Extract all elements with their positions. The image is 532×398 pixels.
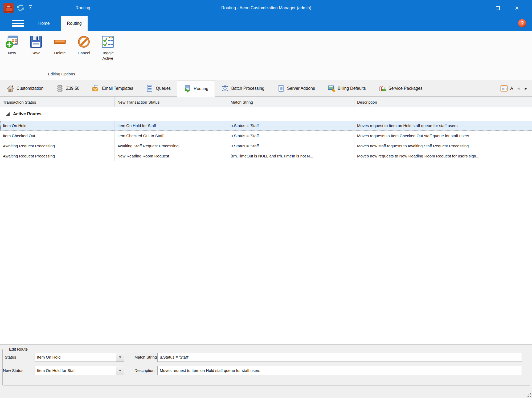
toggle-active-icon: [101, 34, 115, 49]
status-label: Status: [5, 353, 16, 362]
tab-customization[interactable]: Customization: [0, 80, 50, 96]
cell-description: Moves requests to Item Checked Out staff…: [354, 131, 532, 141]
match-string-label: Match String: [134, 353, 157, 362]
help-button[interactable]: ?: [518, 19, 526, 27]
tab-label: Routing: [194, 86, 208, 91]
maximize-button[interactable]: [488, 0, 507, 16]
column-header-description[interactable]: Description: [354, 97, 532, 107]
maximize-icon: [496, 6, 500, 10]
tab-label: A: [510, 86, 513, 91]
tab-scroll-right-icon[interactable]: ►: [522, 85, 530, 92]
cancel-button-label: Cancel: [74, 50, 93, 56]
tab-label: Queues: [156, 86, 171, 91]
save-button[interactable]: Save: [26, 34, 46, 61]
new-button-label: New: [2, 50, 22, 56]
tab-routing[interactable]: Routing: [177, 80, 215, 97]
tab-batch-processing[interactable]: Batch Processing: [215, 80, 271, 96]
group-expanded-icon[interactable]: [6, 112, 10, 116]
table-row[interactable]: Awaiting Request Processing New Reading …: [0, 151, 532, 161]
gift-icon: [379, 85, 386, 92]
calendar-icon: [500, 85, 508, 92]
app-window: { "titlebar": { "caption": "Routing", "t…: [0, 0, 532, 398]
cell-transaction-status: Awaiting Request Processing: [0, 141, 115, 151]
close-button[interactable]: ×: [507, 0, 526, 16]
save-button-label: Save: [26, 50, 46, 56]
envelope-icon: [92, 85, 100, 92]
match-string-input[interactable]: u.Status = 'Staff': [157, 353, 522, 362]
help-icon: ?: [521, 20, 524, 26]
status-dropdown[interactable]: Item On Hold: [35, 353, 124, 362]
tab-z3950[interactable]: Z39.50: [50, 80, 86, 96]
titlebar: ▾ Routing Routing - Aeon Customization M…: [0, 0, 532, 16]
toggle-active-button[interactable]: Toggle Active: [98, 34, 117, 61]
tab-label: Email Templates: [102, 86, 133, 91]
delete-icon: [53, 34, 67, 49]
tab-email-templates[interactable]: Email Templates: [86, 80, 140, 96]
edit-route-legend: Edit Route: [7, 347, 30, 351]
cell-transaction-status: Item Checked Out: [0, 131, 115, 141]
tab-label: Billing Defaults: [338, 86, 366, 91]
home-icon: [7, 85, 14, 92]
tab-label: Batch Processing: [231, 86, 264, 91]
delete-button-label: Delete: [50, 50, 69, 56]
tab-scroll-left-icon[interactable]: ◄: [515, 85, 522, 92]
new-status-label: New Status: [3, 366, 23, 375]
column-header-transaction-status[interactable]: Transaction Status: [0, 97, 115, 107]
group-row-active-routes[interactable]: Active Routes: [0, 107, 532, 121]
ribbon-tab-row: Home Routing ?: [0, 16, 532, 31]
database-icon: [56, 85, 64, 92]
app-logo-icon[interactable]: [3, 3, 14, 13]
cell-description: Moves new requests to New Reading Room R…: [354, 151, 532, 161]
tab-appointments-truncated[interactable]: A: [499, 85, 515, 92]
ribbon-tab-routing[interactable]: Routing: [61, 16, 88, 31]
status-bar: [0, 390, 532, 398]
delete-button[interactable]: Delete: [50, 34, 69, 61]
new-status-dropdown[interactable]: Item On Hold for Staff: [35, 366, 124, 375]
tab-server-addons[interactable]: Server Addons: [271, 80, 321, 96]
quick-access-dropdown-icon[interactable]: ▾: [28, 6, 32, 9]
tab-label: Z39.50: [66, 86, 79, 91]
table-row[interactable]: Awaiting Request Processing Awaiting Sta…: [0, 141, 532, 151]
cell-match-string: u.Status = 'Staff': [228, 121, 354, 131]
chevron-down-icon[interactable]: [116, 353, 124, 362]
tab-queues[interactable]: Queues: [140, 80, 177, 96]
new-button[interactable]: New: [2, 34, 22, 61]
tab-label: Server Addons: [287, 86, 315, 91]
table-row[interactable]: Item Checked Out Item Checked Out to Sta…: [0, 131, 532, 141]
tab-label: Service Packages: [388, 86, 423, 91]
cancel-button[interactable]: Cancel: [74, 34, 93, 61]
billing-defaults-icon: [328, 85, 335, 92]
routing-icon: [184, 85, 191, 92]
editing-options-group: New Save Delet: [2, 34, 122, 61]
cell-transaction-status: Item On Hold: [0, 121, 115, 131]
tab-billing-defaults[interactable]: Billing Defaults: [321, 80, 372, 96]
grid-header: Transaction Status New Transaction Statu…: [0, 97, 532, 107]
cell-new-transaction-status: Item Checked Out to Staff: [115, 131, 228, 141]
sync-icon[interactable]: [16, 3, 25, 13]
new-status-dropdown-value: Item On Hold for Staff: [35, 366, 116, 375]
tab-overflow-area: A ◄ ►: [499, 80, 532, 96]
close-icon: ×: [515, 5, 519, 11]
minimize-icon: [476, 8, 481, 8]
ribbon-tab-home[interactable]: Home: [27, 16, 61, 31]
cell-description: Moves new staff requests to Awaiting Sta…: [354, 141, 532, 151]
column-header-match-string[interactable]: Match String: [228, 97, 354, 107]
menu-hamburger-icon[interactable]: [12, 20, 24, 27]
new-icon: [5, 34, 19, 49]
server-addons-icon: [277, 85, 285, 92]
tab-label: Customization: [17, 86, 43, 91]
group-row-label: Active Routes: [13, 112, 42, 116]
window-controls: ×: [469, 0, 526, 16]
minimize-button[interactable]: [469, 0, 488, 16]
cell-new-transaction-status: Awaiting Staff Request Processing: [115, 141, 228, 151]
description-input[interactable]: Moves request to Item on Hold staff queu…: [157, 366, 522, 375]
column-header-new-transaction-status[interactable]: New Transaction Status: [115, 97, 228, 107]
table-row[interactable]: Item On Hold Item On Hold for Staff u.St…: [0, 121, 532, 131]
cell-match-string: u.Status = 'Staff': [228, 131, 354, 141]
resize-grip-icon[interactable]: [526, 393, 531, 397]
batch-processing-icon: [221, 85, 229, 92]
tab-service-packages[interactable]: Service Packages: [372, 80, 429, 96]
chevron-down-icon[interactable]: [116, 366, 124, 375]
cell-transaction-status: Awaiting Request Processing: [0, 151, 115, 161]
cancel-icon: [77, 34, 91, 49]
